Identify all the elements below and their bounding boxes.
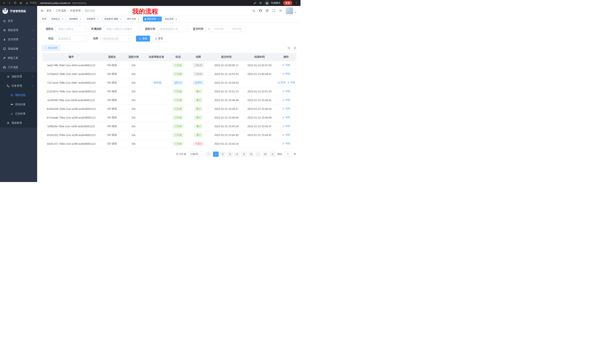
pencil-icon	[287, 81, 290, 84]
tab-close-icon[interactable]: ×	[157, 18, 160, 20]
page-button-11[interactable]: 11	[262, 152, 268, 157]
status-select[interactable]	[56, 35, 88, 42]
tab-label: 流程定义	[51, 18, 60, 21]
cell-process-name: OA 请假	[100, 87, 123, 96]
table-row: 2152467e-7b9b-11ec-9a1b-acde48001122OA 请…	[42, 87, 296, 96]
create-process-button[interactable]: 发起流程	[42, 45, 60, 51]
github-icon[interactable]	[259, 9, 262, 12]
sidebar-item-label: 研发工具	[8, 56, 18, 60]
more-pages-button[interactable]	[255, 152, 261, 157]
home-icon[interactable]	[19, 1, 22, 4]
chev-up-icon	[32, 66, 34, 68]
page-button-4[interactable]: 4	[234, 152, 240, 157]
process-name-input[interactable]	[56, 26, 86, 32]
search-icon[interactable]	[252, 9, 255, 12]
breadcrumb-item[interactable]: 首页	[46, 9, 52, 12]
detail-link[interactable]: 详情	[282, 72, 290, 76]
sidebar-item-briefcase[interactable]: 工作流程	[0, 63, 37, 72]
goto-page-input[interactable]	[284, 152, 292, 157]
cancel-link[interactable]: 取消	[278, 81, 285, 84]
key-icon[interactable]	[253, 1, 257, 4]
tab-close-icon[interactable]: ×	[79, 18, 82, 20]
question-icon[interactable]	[266, 9, 269, 12]
table-row: 3ad174fb-7b9d-11ec-8404-acde48001122OA 请…	[42, 61, 296, 70]
sidebar-item-list[interactable]: 流程管理	[0, 72, 37, 81]
page-size-select[interactable]: 10条/页	[188, 152, 204, 157]
refresh-icon[interactable]	[294, 47, 296, 49]
tab-close-icon[interactable]: ×	[61, 18, 64, 20]
cell-id: 52ffd28e-7b9a-11ec-a290-acde48001122	[42, 122, 100, 131]
process-definition-input[interactable]	[104, 26, 140, 32]
fontsize-icon[interactable]	[279, 9, 282, 12]
prev-page-button[interactable]	[206, 152, 211, 157]
sidebar-item-monitor[interactable]: 基础设施	[0, 44, 37, 53]
page-button-5[interactable]: 5	[241, 152, 247, 157]
tab-8[interactable]: 发起流程×	[163, 17, 180, 21]
tab-4[interactable]: 流程表单×	[85, 17, 101, 21]
cell-category: OA	[123, 61, 144, 70]
page-button-3[interactable]: 3	[227, 152, 233, 157]
sidebar-item-user[interactable]: 请假查询	[0, 118, 37, 128]
address-bar[interactable]: 不安全 dashboard.yudao.iocoder.cn/bpm/task/…	[26, 1, 251, 5]
dots-icon[interactable]	[295, 1, 298, 4]
star-icon[interactable]	[259, 1, 262, 4]
yen-icon: ¥	[3, 38, 6, 41]
sidebar-item-tasks[interactable]: 任务管理	[0, 81, 37, 91]
forward-icon[interactable]	[8, 1, 11, 4]
page-button-1[interactable]: 1	[213, 152, 219, 157]
category-select[interactable]	[158, 26, 188, 32]
current-task-link[interactable]: 一级审批	[151, 81, 161, 84]
cell-actions: 详情	[276, 105, 296, 113]
sidebar-item-label: 已办任务	[15, 112, 26, 115]
detail-link[interactable]: 详情	[282, 116, 290, 119]
sidebar-item-gear[interactable]: 系统管理	[0, 26, 37, 35]
detail-link[interactable]: 详情	[282, 107, 290, 110]
tab-close-icon[interactable]: ×	[120, 18, 122, 20]
tab-3[interactable]: 流程模型×	[67, 17, 84, 21]
sidebar-item-home[interactable]: 首页	[0, 16, 37, 26]
detail-link[interactable]: 详情	[282, 125, 290, 128]
chev-down-icon	[184, 28, 187, 30]
user-avatar-menu[interactable]	[286, 7, 297, 14]
search-button[interactable]: 搜索	[136, 36, 150, 42]
detail-link[interactable]: 详情	[282, 142, 290, 145]
detail-link[interactable]: 详情	[282, 90, 290, 93]
search-icon[interactable]	[288, 47, 290, 49]
page-button-2[interactable]: 2	[220, 152, 226, 157]
sidebar-item-yen[interactable]: ¥支付管理	[0, 35, 37, 44]
hamburger-icon[interactable]	[40, 9, 44, 12]
tab-6[interactable]: 用户分组×	[125, 17, 142, 21]
cell-submit-time: 2022-01-22 23:51:15	[210, 87, 243, 96]
sidebar-item-chat[interactable]: 我的流程	[0, 91, 37, 100]
detail-link[interactable]: 详情	[282, 133, 290, 136]
sidebar-item-eye[interactable]: 待办任务	[0, 100, 37, 109]
cell-category: OA	[123, 113, 144, 122]
tab-close-icon[interactable]: ×	[137, 18, 140, 20]
detail-link[interactable]: 详情	[282, 63, 290, 67]
result-select[interactable]	[100, 35, 131, 42]
sidebar-item-check[interactable]: 已办任务	[0, 109, 37, 118]
submit-time-range-picker[interactable]: 开始日期 - 结束日期	[206, 26, 246, 32]
sidebar-item-wrench[interactable]: 研发工具	[0, 53, 37, 63]
tab-7[interactable]: 我的流程×	[143, 17, 162, 21]
tab-close-icon[interactable]: ×	[175, 18, 178, 20]
check-icon	[10, 112, 13, 115]
cell-category: OA	[123, 78, 144, 87]
column-header: 结束时间	[243, 53, 276, 61]
next-page-button[interactable]	[270, 152, 275, 157]
reload-icon[interactable]	[14, 1, 17, 4]
logo[interactable]: 芋道管理系统	[0, 6, 37, 16]
tab-5[interactable]: 流程表单-编辑×	[102, 17, 124, 21]
cell-status: 已完成	[169, 122, 187, 131]
back-icon[interactable]	[3, 1, 6, 4]
tab-close-icon[interactable]: ×	[97, 18, 99, 20]
page-button-6[interactable]: 6	[248, 152, 254, 157]
reset-button[interactable]: 重置	[152, 36, 166, 42]
update-button[interactable]: 更新	[283, 1, 292, 5]
detail-link[interactable]: 详情	[282, 98, 290, 102]
tab-1[interactable]: 首页	[40, 17, 48, 21]
detail-link[interactable]: 详情	[287, 81, 295, 84]
fullscreen-icon[interactable]	[272, 9, 275, 12]
cell-current-task	[144, 96, 169, 105]
tab-2[interactable]: 流程定义×	[50, 17, 66, 21]
